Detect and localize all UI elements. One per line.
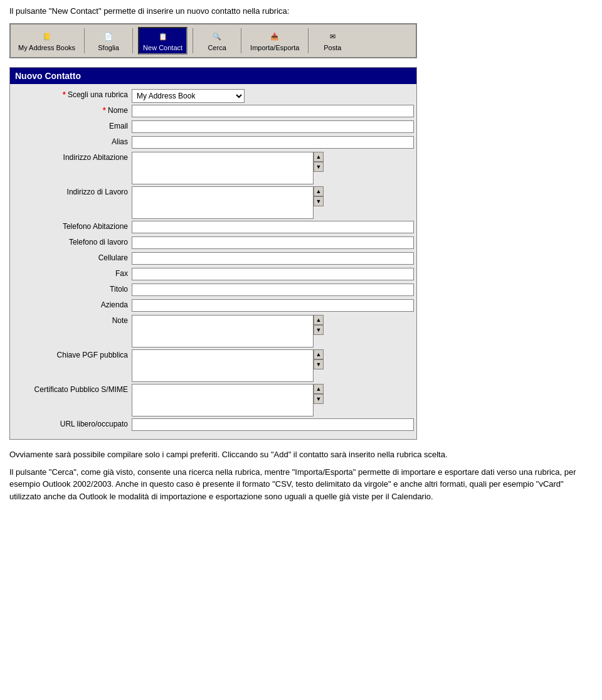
new-contact-icon: 📋 [156, 30, 170, 43]
scrollbtns-pgp: ▲ ▼ [314, 349, 324, 382]
textarea-chiave-pgp[interactable] [132, 349, 314, 382]
toolbar-btn-cerca[interactable]: 🔍Cerca [198, 28, 236, 53]
form-row-fax: Fax [13, 268, 414, 282]
cerca-icon: 🔍 [210, 30, 224, 43]
label-alias: Alias [13, 136, 132, 146]
scroll-up-pgp[interactable]: ▲ [314, 349, 324, 359]
my-address-books-label: My Address Books [18, 44, 75, 51]
label-titolo: Titolo [13, 284, 132, 294]
form-row-azienda: Azienda [13, 299, 414, 313]
scroll-up-certificato[interactable]: ▲ [314, 384, 324, 394]
input-email[interactable] [132, 120, 414, 133]
form-row-alias: Alias [13, 136, 414, 150]
label-rubrica: * Scegli una rubrica [13, 89, 132, 99]
label-tel-lavoro: Telefono di lavoro [13, 236, 132, 247]
label-cellulare: Cellulare [13, 252, 132, 262]
scroll-up-lavoro[interactable]: ▲ [314, 186, 324, 196]
toolbar-btn-sfoglia[interactable]: 📄Sfoglia [90, 28, 127, 53]
input-alias[interactable] [132, 136, 414, 149]
scroll-up-note[interactable]: ▲ [314, 315, 324, 325]
input-url[interactable] [132, 418, 414, 431]
bottom-text: Ovviamente sarà possibile compilare solo… [9, 448, 593, 502]
label-azienda: Azienda [13, 299, 132, 309]
posta-icon: ✉ [325, 30, 339, 43]
select-rubrica[interactable]: My Address Book [132, 89, 245, 103]
form-row-note: Note ▲ ▼ [13, 315, 414, 347]
textarea-indirizzo-lavoro[interactable] [132, 186, 314, 219]
scroll-down-pgp[interactable]: ▼ [314, 359, 324, 369]
toolbar: 📒My Address Books📄Sfoglia📋New Contact🔍Ce… [9, 23, 417, 58]
scrollbtns-note: ▲ ▼ [314, 315, 324, 347]
scroll-down-note[interactable]: ▼ [314, 325, 324, 335]
input-fax[interactable] [132, 268, 414, 280]
textarea-note[interactable] [132, 315, 314, 347]
toolbar-btn-posta[interactable]: ✉Posta [314, 28, 351, 53]
toolbar-separator-4 [241, 28, 241, 53]
intro-text: Il pulsante "New Contact" permette di in… [9, 6, 593, 16]
scrollbtns-certificato: ▲ ▼ [314, 384, 324, 416]
form-row-certificato: Certificato Pubblico S/MIME ▲ ▼ [13, 384, 414, 416]
label-chiave-pgp: Chiave PGF pubblica [13, 349, 132, 359]
input-tel-lavoro[interactable] [132, 236, 414, 249]
label-nome: * Nome [13, 105, 132, 115]
input-titolo[interactable] [132, 284, 414, 296]
form-row-titolo: Titolo [13, 284, 414, 297]
form-row-url: URL libero/occupato [13, 418, 414, 432]
bottom-para-2: Il pulsante "Cerca", come già visto, con… [9, 466, 593, 503]
form-body: * Scegli una rubrica My Address Book * N… [10, 84, 416, 439]
textarea-wrapper-lavoro: ▲ ▼ [132, 186, 324, 219]
input-cellulare[interactable] [132, 252, 414, 265]
textarea-indirizzo-abitazione[interactable] [132, 152, 314, 184]
label-tel-abitazione: Telefono Abitazione [13, 221, 132, 231]
bottom-para-1: Ovviamente sarà possibile compilare solo… [9, 448, 593, 461]
label-fax: Fax [13, 268, 132, 278]
importa-esporta-icon: 📥 [268, 30, 282, 43]
form-row-email: Email [13, 120, 414, 134]
textarea-certificato[interactable] [132, 384, 314, 416]
posta-label: Posta [324, 44, 341, 51]
textarea-wrapper-certificato: ▲ ▼ [132, 384, 324, 416]
sfoglia-icon: 📄 [102, 30, 115, 43]
page-wrapper: Il pulsante "New Contact" permette di in… [0, 0, 602, 514]
label-indirizzo-abitazione: Indirizzo Abitazione [13, 152, 132, 162]
form-row-rubrica: * Scegli una rubrica My Address Book [13, 89, 414, 103]
importa-esporta-label: Importa/Esporta [250, 44, 299, 51]
scroll-up-abitazione[interactable]: ▲ [314, 152, 324, 162]
toolbar-btn-importa-esporta[interactable]: 📥Importa/Esporta [246, 28, 303, 53]
toolbar-separator-3 [193, 28, 193, 53]
input-nome[interactable] [132, 105, 414, 117]
required-star-rubrica: * [63, 90, 66, 99]
form-container: Nuovo Contatto * Scegli una rubrica My A… [9, 67, 417, 440]
form-row-tel-lavoro: Telefono di lavoro [13, 236, 414, 250]
label-url: URL libero/occupato [13, 418, 132, 428]
toolbar-btn-my-address-books[interactable]: 📒My Address Books [14, 28, 79, 53]
textarea-wrapper-pgp: ▲ ▼ [132, 349, 324, 382]
textarea-wrapper-note: ▲ ▼ [132, 315, 324, 347]
new-contact-label: New Contact [143, 44, 182, 51]
my-address-books-icon: 📒 [40, 30, 54, 43]
scroll-down-lavoro[interactable]: ▼ [314, 196, 324, 206]
scrollbtns-lavoro: ▲ ▼ [314, 186, 324, 219]
form-row-tel-abitazione: Telefono Abitazione [13, 221, 414, 235]
toolbar-separator-1 [84, 28, 85, 53]
form-row-indirizzo-lavoro: Indirizzo di Lavoro ▲ ▼ [13, 186, 414, 219]
label-note: Note [13, 315, 132, 325]
form-row-chiave-pgp: Chiave PGF pubblica ▲ ▼ [13, 349, 414, 382]
sfoglia-label: Sfoglia [98, 44, 119, 51]
form-row-cellulare: Cellulare [13, 252, 414, 266]
toolbar-btn-new-contact[interactable]: 📋New Contact [138, 27, 187, 55]
toolbar-separator-2 [132, 28, 133, 53]
label-indirizzo-lavoro: Indirizzo di Lavoro [13, 186, 132, 196]
cerca-label: Cerca [208, 44, 226, 51]
input-azienda[interactable] [132, 299, 414, 312]
textarea-wrapper-abitazione: ▲ ▼ [132, 152, 324, 184]
scroll-down-certificato[interactable]: ▼ [314, 394, 324, 404]
form-row-nome: * Nome [13, 105, 414, 119]
toolbar-separator-5 [308, 28, 309, 53]
required-star-nome: * [103, 106, 106, 115]
scroll-down-abitazione[interactable]: ▼ [314, 162, 324, 172]
input-tel-abitazione[interactable] [132, 221, 414, 233]
form-header: Nuovo Contatto [10, 68, 416, 84]
label-certificato: Certificato Pubblico S/MIME [13, 384, 132, 394]
form-row-indirizzo-abitazione: Indirizzo Abitazione ▲ ▼ [13, 152, 414, 184]
